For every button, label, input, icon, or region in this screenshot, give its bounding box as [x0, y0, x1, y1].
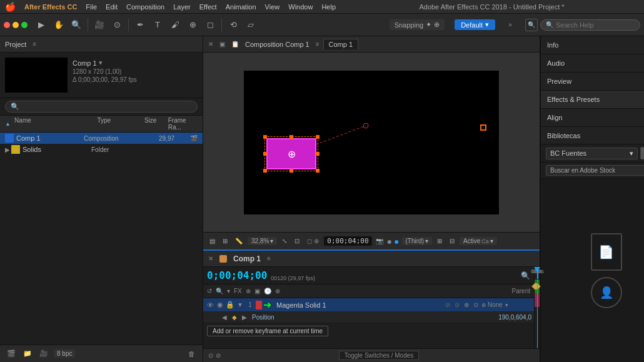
color-btn2[interactable]: ● — [394, 236, 399, 246]
handle-ml[interactable] — [263, 152, 267, 156]
comp-panel-menu[interactable]: ≡ — [316, 41, 319, 48]
bpc-badge[interactable]: 8 bpc — [54, 349, 75, 358]
keyframe-navigator-left[interactable]: ◀ — [222, 314, 227, 321]
bib-grid-view-btn[interactable]: ⊞ — [640, 147, 644, 159]
lch-btn8[interactable]: ⊕ — [274, 288, 281, 294]
handle-mr[interactable] — [316, 152, 319, 156]
menu-file[interactable]: File — [86, 3, 97, 11]
roto-tool-btn[interactable]: ⟲ — [226, 18, 241, 33]
workspace-selector[interactable]: Default ▾ — [455, 19, 495, 30]
fit-comp-btn[interactable]: ⤡ — [279, 237, 289, 245]
pixel-aspect-btn[interactable]: ⊡ — [292, 237, 302, 245]
layer-name[interactable]: Magenta Solid 1 — [274, 301, 442, 309]
project-panel-menu-icon[interactable]: ≡ — [33, 41, 36, 48]
sw-effect[interactable]: ⊘ — [453, 301, 461, 308]
view-dropdown[interactable]: (Third) ▾ — [402, 237, 432, 245]
alpha-btn[interactable]: ◻ — [307, 238, 312, 244]
keyframe-navigator-right[interactable]: ▶ — [242, 314, 247, 321]
rps-audio-header[interactable]: Audio — [541, 54, 644, 72]
close-window-btn[interactable] — [4, 22, 10, 28]
rps-effects-header[interactable]: Effects & Presets — [541, 91, 644, 108]
tf-btn2[interactable]: ⊘ — [216, 352, 221, 359]
orbit-tool-btn[interactable]: ⊙ — [109, 18, 124, 33]
camera-tool-btn[interactable]: 🎥 — [92, 18, 107, 33]
lch-btn5[interactable]: ⊕ — [244, 288, 252, 294]
delete-btn[interactable]: 🗑 — [185, 348, 198, 360]
handle-bm[interactable] — [289, 169, 293, 173]
layer-bar-pink[interactable] — [535, 293, 540, 307]
lch-btn3[interactable]: ▾ — [226, 288, 231, 294]
handle-bl[interactable] — [263, 169, 267, 173]
search-help-input[interactable] — [556, 21, 631, 29]
menu-view[interactable]: View — [265, 3, 280, 11]
rps-align-header[interactable]: Align — [541, 109, 644, 126]
timeline-menu-btn[interactable]: ≡ — [267, 255, 271, 262]
viewer-timecode[interactable]: 0;00;04;00 — [324, 236, 371, 246]
lch-btn2[interactable]: 🔍 — [214, 288, 224, 294]
layer-solo-btn[interactable]: ◉ — [216, 301, 224, 309]
brush-tool-btn[interactable]: 🖌 — [168, 18, 183, 33]
rps-preview-header[interactable]: Preview — [541, 73, 644, 90]
view-mode-btn2[interactable]: ⊟ — [447, 237, 457, 245]
apple-menu[interactable]: 🍎 — [5, 2, 16, 12]
add-keyframe-btn[interactable]: Add or remove keyframe at current time — [207, 326, 328, 336]
menu-layer[interactable]: Layer — [173, 3, 191, 11]
viewer-magenta-solid[interactable] — [266, 138, 316, 169]
hand-tool-btn[interactable]: ✋ — [51, 18, 66, 33]
timeline-timecode[interactable]: 0;00;04;00 — [207, 269, 267, 281]
project-settings-btn[interactable]: 🎥 — [38, 348, 50, 360]
bib-dropdown[interactable]: BC Fuentes ▾ — [546, 148, 638, 159]
lch-btn1[interactable]: ↺ — [206, 288, 213, 294]
viewer-region-btn[interactable]: ▤ — [207, 237, 218, 245]
workspace-overflow-btn[interactable]: » — [503, 18, 518, 33]
lch-btn6[interactable]: ▣ — [253, 288, 261, 294]
view-mode-btn1[interactable]: ⊞ — [435, 237, 445, 245]
menu-window[interactable]: Window — [288, 3, 313, 11]
eraser-tool-btn[interactable]: ◻ — [203, 18, 218, 33]
sw-parent-icon[interactable]: ⊕ — [462, 301, 471, 308]
project-row-solids[interactable]: ▶ Solids Folder — [0, 144, 203, 155]
snap-frame-btn[interactable]: 📷 — [376, 238, 383, 244]
minimize-window-btn[interactable] — [13, 22, 19, 28]
layer-row-1[interactable]: 👁 ◉ 🔒 ▼ 1 ➜ Magenta Solid 1 ⊘ ⊘ ⊕ ⊙ — [203, 298, 534, 312]
selection-tool-btn[interactable]: ▶ — [34, 18, 49, 33]
color-btn1[interactable]: ● — [387, 236, 392, 246]
project-search-input[interactable] — [22, 103, 192, 111]
rps-info-header[interactable]: Info — [541, 36, 644, 54]
new-comp-btn[interactable]: 🎬 — [5, 348, 18, 360]
bib-search-box[interactable]: Buscar en Adobe Stock ▾ — [546, 165, 644, 176]
handle-br[interactable] — [316, 169, 319, 173]
project-row-comp1[interactable]: Comp 1 Composition 29,97 🎬 — [0, 133, 203, 144]
new-folder-btn[interactable]: 📁 — [21, 348, 34, 360]
keyframe-record-btn[interactable]: ◆ — [232, 314, 237, 321]
lch-parent-col[interactable]: Parent — [511, 288, 531, 294]
pen-tool-btn[interactable]: ✒ — [133, 18, 148, 33]
project-search-box[interactable]: 🔍 — [5, 101, 198, 113]
active-camera-btn[interactable]: Active Ca ▾ — [460, 237, 497, 245]
clone-tool-btn[interactable]: ⊕ — [185, 18, 200, 33]
timeline-search-btn[interactable]: 🔍 — [521, 271, 530, 280]
handle-tr[interactable] — [316, 135, 319, 139]
handle-tm[interactable] — [289, 135, 293, 139]
menu-composition[interactable]: Composition — [126, 3, 164, 11]
menu-help[interactable]: Help — [321, 3, 336, 11]
transparency-btn[interactable]: ⊕ — [314, 238, 319, 244]
lch-btn7[interactable]: 🕒 — [263, 288, 273, 294]
comp-close-btn[interactable]: ✕ — [208, 41, 213, 48]
shape-tool-btn[interactable]: ▱ — [243, 18, 258, 33]
maximize-window-btn[interactable] — [21, 22, 28, 28]
layer-expand-btn[interactable]: ▼ — [236, 301, 244, 308]
sw-motion[interactable]: ⊘ — [443, 301, 452, 308]
zoom-tool-btn[interactable]: 🔍 — [69, 18, 84, 33]
search-icon-btn[interactable]: 🔍 — [525, 19, 538, 31]
snapping-toggle[interactable]: Snapping ✦ ⊕ — [390, 19, 445, 30]
menu-edit[interactable]: Edit — [106, 3, 118, 11]
toggle-switches-btn[interactable]: Toggle Switches / Modes — [339, 351, 420, 360]
layer-visibility-btn[interactable]: 👁 — [206, 301, 214, 309]
layer-parent-dropdown[interactable]: ⊕ None ▾ — [481, 301, 531, 308]
zoom-dropdown[interactable]: 32,8% ▾ — [248, 237, 277, 245]
viewer-ruler-btn[interactable]: 📏 — [233, 237, 245, 245]
handle-tl[interactable] — [263, 135, 267, 139]
prop-value-position[interactable]: 190,0,604,0 — [498, 314, 531, 321]
timeline-close-btn[interactable]: ✕ — [208, 255, 213, 262]
